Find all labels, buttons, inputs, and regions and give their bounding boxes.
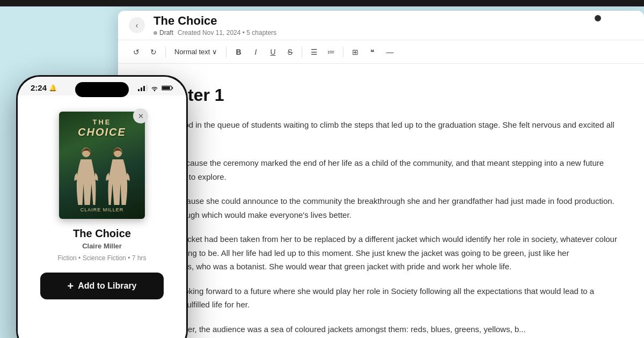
bullet-list-button[interactable]: ☰	[306, 45, 321, 60]
status-time: 2:24	[31, 83, 47, 92]
doc-meta: Created Nov 11, 2024 • 5 chapters	[178, 29, 276, 36]
title-meta: Draft Created Nov 11, 2024 • 5 chapters	[153, 29, 276, 36]
paragraph-5: She was looking forward to a future wher…	[145, 284, 617, 312]
book-figures	[63, 141, 141, 205]
toolbar-left: ‹ The Choice Draft Created Nov 11, 2024 …	[129, 14, 633, 36]
image-button[interactable]: ⊞	[348, 45, 363, 60]
dynamic-island	[75, 82, 129, 97]
book-author: Claire Miller	[82, 242, 122, 250]
toolbar-divider-3	[302, 47, 302, 57]
paragraph-6: All around her, the audience was a sea o…	[145, 322, 617, 336]
paragraph-4: Her black jacket had been taken from her…	[145, 232, 617, 274]
book-cover-author: CLAIRE MILLER	[80, 207, 124, 212]
book-cover-the: THE	[78, 118, 126, 126]
format-toolbar: ↺ ↻ Normal text ∨ B I U S ☰ ≔ ⊞ ❝ —	[118, 40, 644, 64]
quote-button[interactable]: ❝	[365, 45, 380, 60]
signal-icon	[138, 85, 148, 91]
bell-icon: 🔔	[49, 84, 57, 92]
book-cover: THE CHOICE	[59, 112, 145, 219]
back-button[interactable]: ‹	[129, 17, 145, 33]
tablet-top-bar	[0, 0, 644, 6]
figure-left-icon	[71, 146, 101, 205]
toolbar-divider-4	[343, 47, 343, 57]
book-tags: Fiction • Science Fiction • 7 hrs	[57, 254, 146, 262]
svg-rect-2	[162, 86, 170, 89]
paragraph-1: Joanne stood in the queue of students wa…	[145, 118, 617, 145]
italic-button[interactable]: I	[248, 45, 263, 60]
camera-notch	[595, 15, 601, 21]
toolbar-divider-2	[226, 47, 226, 57]
paragraph-3: Excited because she could announce to th…	[145, 194, 617, 222]
divider-button[interactable]: —	[382, 45, 397, 60]
undo-button[interactable]: ↺	[129, 45, 144, 60]
draft-dot-icon	[153, 31, 157, 35]
close-icon: ✕	[138, 112, 144, 120]
close-button[interactable]: ✕	[133, 108, 148, 123]
book-cover-container: THE CHOICE	[59, 112, 145, 219]
paragraph-2: Nervous because the ceremony marked the …	[145, 156, 617, 183]
editor-content[interactable]: Chapter 1 Joanne stood in the queue of s…	[118, 64, 644, 338]
strikethrough-button[interactable]: S	[282, 45, 297, 60]
draft-badge: Draft	[153, 29, 173, 36]
add-to-library-label: Add to Library	[78, 281, 136, 291]
book-title: The Choice	[73, 227, 131, 240]
underline-button[interactable]: U	[265, 45, 280, 60]
plus-icon: +	[67, 281, 74, 291]
wifi-icon	[150, 85, 159, 91]
add-to-library-button[interactable]: + Add to Library	[40, 273, 164, 299]
title-area: The Choice Draft Created Nov 11, 2024 • …	[153, 14, 276, 36]
figure-right-icon	[103, 146, 133, 205]
phone-content: THE CHOICE	[18, 95, 186, 338]
redo-button[interactable]: ↻	[146, 45, 161, 60]
bold-button[interactable]: B	[231, 45, 246, 60]
chapter-title: Chapter 1	[145, 85, 617, 105]
dropdown-arrow-icon: ∨	[212, 48, 217, 56]
text-style-dropdown[interactable]: Normal text ∨	[170, 46, 222, 58]
numbered-list-button[interactable]: ≔	[324, 45, 339, 60]
svg-rect-1	[172, 87, 173, 89]
phone-frame: 2:24 🔔	[16, 75, 188, 338]
phone-container: 2:24 🔔	[16, 75, 188, 338]
text-style-label: Normal text	[174, 48, 210, 56]
toolbar-divider-1	[165, 47, 166, 57]
document-title: The Choice	[153, 14, 276, 28]
phone-screen: 2:24 🔔	[18, 77, 186, 338]
status-icons	[138, 85, 173, 91]
desktop-app: ‹ The Choice Draft Created Nov 11, 2024 …	[118, 11, 644, 338]
top-toolbar: ‹ The Choice Draft Created Nov 11, 2024 …	[118, 11, 644, 40]
battery-icon	[162, 85, 173, 91]
book-cover-choice: CHOICE	[78, 126, 126, 138]
